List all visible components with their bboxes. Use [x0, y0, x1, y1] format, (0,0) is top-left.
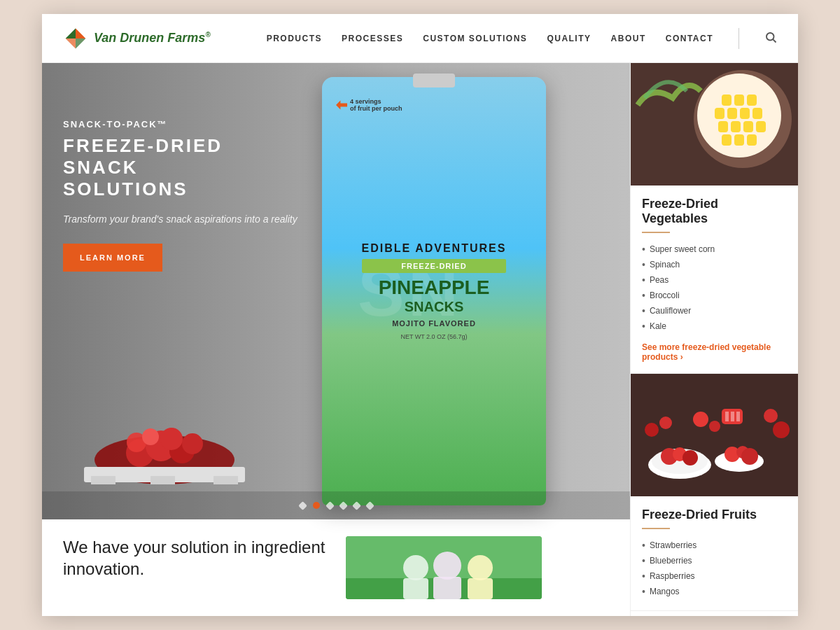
slider-dot-5[interactable] — [352, 501, 361, 510]
svg-rect-38 — [731, 121, 741, 132]
svg-rect-37 — [718, 121, 728, 132]
learn-more-button[interactable]: LEARN MORE — [63, 244, 162, 272]
main-body: 4 servingsof fruit per pouch EDIBLE ADVE… — [42, 63, 798, 616]
nav-products[interactable]: PRODUCTS — [267, 34, 322, 43]
svg-rect-22 — [403, 578, 428, 599]
corn-image — [631, 63, 798, 186]
vegetables-title: Freeze-Dried Vegetables — [642, 197, 787, 226]
hero-text-block: SNACK-TO-PACK™ FREEZE-DRIED SNACK SOLUTI… — [63, 119, 301, 272]
svg-rect-18 — [214, 476, 238, 484]
nav-divider — [738, 28, 739, 49]
svg-rect-42 — [734, 134, 744, 146]
slider-dot-1[interactable] — [298, 501, 307, 510]
team-photo — [346, 536, 542, 599]
veg-item-4: Broccoli — [642, 288, 787, 303]
bag-brand: EDIBLE ADVENTURES FREEZE-DRIED PINEAPPLE… — [362, 242, 507, 340]
svg-marker-3 — [76, 38, 85, 48]
hero-subtitle: Transform your brand's snack aspirations… — [63, 212, 301, 227]
corn-graphic — [631, 63, 798, 186]
fruit-item-1: Strawberries — [642, 538, 787, 553]
svg-point-14 — [160, 428, 183, 450]
nav-processes[interactable]: PROCESSES — [342, 34, 403, 43]
svg-rect-64 — [736, 412, 740, 421]
vegetables-divider — [642, 232, 670, 233]
main-nav: PRODUCTS PROCESSES CUSTOM SOLUTIONS QUAL… — [267, 28, 777, 49]
svg-point-57 — [693, 412, 708, 427]
svg-rect-36 — [752, 108, 762, 119]
bottom-bar: We have your solution in ingredient inno… — [42, 519, 630, 616]
svg-marker-1 — [66, 28, 76, 38]
svg-rect-35 — [740, 108, 750, 119]
svg-marker-0 — [76, 28, 85, 38]
vegetables-more-link[interactable]: See more freeze-dried vegetable products… — [642, 342, 787, 362]
veg-item-6: Kale — [642, 318, 787, 334]
nav-quality[interactable]: QUALITY — [547, 34, 591, 43]
svg-rect-26 — [468, 578, 493, 599]
bag-product-sub: SNACKS — [362, 299, 507, 315]
slider-dot-4[interactable] — [339, 501, 348, 510]
hero-slider: 4 servingsof fruit per pouch EDIBLE ADVE… — [42, 63, 630, 519]
svg-rect-43 — [747, 134, 757, 146]
nav-contact[interactable]: CONTACT — [666, 34, 713, 43]
search-button[interactable] — [764, 31, 777, 46]
svg-rect-30 — [722, 94, 732, 106]
bag-type-tag: FREEZE-DRIED — [362, 259, 507, 273]
veg-item-2: Spinach — [642, 257, 787, 272]
svg-rect-31 — [734, 94, 744, 106]
slider-dot-6[interactable] — [365, 501, 374, 510]
svg-rect-17 — [150, 476, 175, 484]
svg-marker-6 — [336, 101, 347, 110]
fruit-item-3: Raspberries — [642, 568, 787, 584]
slider-dot-2[interactable] — [313, 502, 320, 509]
svg-line-5 — [773, 39, 776, 42]
svg-rect-39 — [743, 121, 753, 132]
nav-custom-solutions[interactable]: CUSTOM SOLUTIONS — [423, 34, 527, 43]
bag-freeze-text: FREEZE-DRIED — [373, 262, 496, 270]
fruit-pile — [84, 407, 245, 484]
fruit-item-2: Blueberries — [642, 553, 787, 568]
svg-rect-16 — [91, 476, 115, 484]
logo-text: Van Drunen Farms® — [94, 31, 211, 46]
slider-dots — [42, 491, 630, 519]
fruit-item-4: Mangos — [642, 584, 787, 599]
svg-point-23 — [433, 552, 461, 580]
bag-serving: 4 servingsof fruit per pouch — [336, 98, 402, 112]
bottom-title: We have your solution in ingredient inno… — [63, 536, 325, 580]
svg-rect-34 — [727, 108, 737, 119]
svg-point-21 — [403, 555, 428, 580]
svg-rect-40 — [756, 121, 766, 132]
nav-about[interactable]: ABOUT — [611, 34, 646, 43]
berries-graphic — [631, 374, 798, 496]
svg-marker-2 — [66, 38, 76, 48]
product-bag: 4 servingsof fruit per pouch EDIBLE ADVE… — [322, 77, 546, 505]
sidebar-vegetables: Freeze-Dried Vegetables Super sweet corn… — [631, 186, 798, 374]
fruits-title: Freeze-Dried Fruits — [642, 507, 787, 522]
svg-point-55 — [645, 423, 659, 437]
bag-product-name: PINEAPPLE — [362, 277, 507, 299]
slider-dot-3[interactable] — [326, 501, 335, 510]
right-sidebar: Freeze-Dried Vegetables Super sweet corn… — [630, 63, 798, 616]
svg-point-58 — [709, 421, 720, 432]
svg-rect-62 — [725, 412, 729, 421]
svg-point-4 — [766, 33, 774, 41]
hero-title: FREEZE-DRIED SNACK SOLUTIONS — [63, 135, 301, 201]
svg-rect-63 — [731, 412, 734, 421]
svg-point-56 — [659, 416, 672, 429]
svg-rect-32 — [747, 94, 757, 106]
veg-item-5: Cauliflower — [642, 303, 787, 318]
svg-rect-41 — [722, 134, 732, 146]
logo-icon — [63, 26, 88, 51]
svg-point-12 — [182, 433, 203, 454]
svg-point-54 — [741, 448, 758, 465]
svg-rect-24 — [433, 577, 461, 599]
browser-window: Van Drunen Farms® PRODUCTS PROCESSES CUS… — [42, 14, 798, 616]
svg-point-60 — [773, 421, 790, 438]
svg-point-59 — [764, 409, 778, 423]
bag-weight: NET WT 2.0 OZ (56.7g) — [362, 333, 507, 340]
fruits-divider — [642, 528, 670, 529]
svg-rect-33 — [715, 108, 724, 119]
bag-flavor: MOJITO FLAVORED — [362, 319, 507, 328]
logo[interactable]: Van Drunen Farms® — [63, 26, 211, 51]
berry-pile-graphic — [84, 407, 245, 484]
fruits-list: Strawberries Blueberries Raspberries Man… — [642, 538, 787, 599]
